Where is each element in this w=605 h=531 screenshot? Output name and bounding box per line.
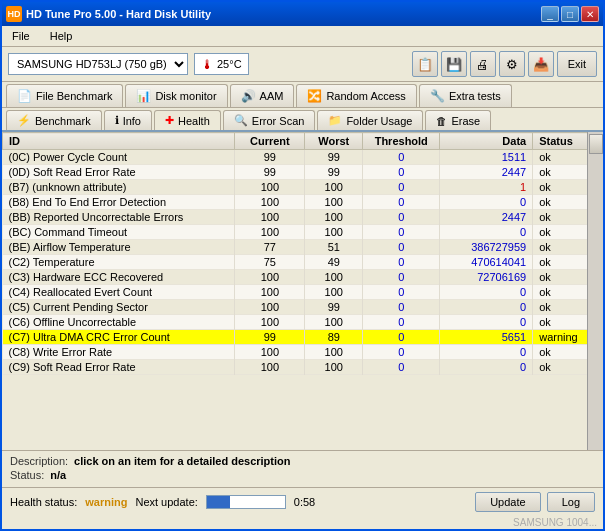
- cell-worst: 100: [305, 345, 363, 360]
- cell-id: (C4) Reallocated Evert Count: [3, 285, 235, 300]
- scrollbar-thumb[interactable]: [589, 134, 603, 154]
- smart-table-scroll[interactable]: ID Current Worst Threshold Data Status (…: [2, 132, 603, 450]
- cell-id: (B8) End To End Error Detection: [3, 195, 235, 210]
- cell-current: 99: [235, 165, 305, 180]
- tab-extra-tests[interactable]: 🔧 Extra tests: [419, 84, 512, 107]
- error-scan-icon: 🔍: [234, 114, 248, 127]
- cell-threshold: 0: [363, 165, 440, 180]
- tab-disk-monitor[interactable]: 📊 Disk monitor: [125, 84, 227, 107]
- file-benchmark-icon: 📄: [17, 89, 32, 103]
- exit-button[interactable]: Exit: [557, 51, 597, 77]
- status-line: Status: n/a: [10, 469, 595, 481]
- table-row[interactable]: (C6) Offline Uncorrectable 100 100 0 0 o…: [3, 315, 603, 330]
- toolbar-buttons: 📋 💾 🖨 ⚙ 📥 Exit: [412, 51, 597, 77]
- app-icon: HD: [6, 6, 22, 22]
- log-button[interactable]: Log: [547, 492, 595, 512]
- cell-data: 5651: [440, 330, 533, 345]
- cell-threshold: 0: [363, 150, 440, 165]
- cell-data: 0: [440, 225, 533, 240]
- cell-id: (0D) Soft Read Error Rate: [3, 165, 235, 180]
- save-button[interactable]: 💾: [441, 51, 467, 77]
- subtab-folder-usage[interactable]: 📁 Folder Usage: [317, 110, 423, 130]
- table-row[interactable]: (C5) Current Pending Sector 100 99 0 0 o…: [3, 300, 603, 315]
- subtab-health-label: Health: [178, 115, 210, 127]
- info-button[interactable]: 📥: [528, 51, 554, 77]
- settings-button[interactable]: ⚙: [499, 51, 525, 77]
- cell-worst: 99: [305, 300, 363, 315]
- disk-selector[interactable]: SAMSUNG HD753LJ (750 gB): [8, 53, 188, 75]
- subtab-info[interactable]: ℹ Info: [104, 110, 152, 130]
- table-row[interactable]: (C7) Ultra DMA CRC Error Count 99 89 0 5…: [3, 330, 603, 345]
- menu-help[interactable]: Help: [44, 28, 79, 44]
- cell-data: 386727959: [440, 240, 533, 255]
- cell-current: 77: [235, 240, 305, 255]
- cell-id: (C2) Temperature: [3, 255, 235, 270]
- table-row[interactable]: (C4) Reallocated Evert Count 100 100 0 0…: [3, 285, 603, 300]
- print-button[interactable]: 🖨: [470, 51, 496, 77]
- menu-file[interactable]: File: [6, 28, 36, 44]
- subtab-folder-usage-label: Folder Usage: [346, 115, 412, 127]
- cell-data: 1: [440, 180, 533, 195]
- tab-extra-tests-label: Extra tests: [449, 90, 501, 102]
- title-bar-left: HD HD Tune Pro 5.00 - Hard Disk Utility: [6, 6, 211, 22]
- tab-random-access[interactable]: 🔀 Random Access: [296, 84, 416, 107]
- scrollbar[interactable]: [587, 132, 603, 450]
- table-row[interactable]: (BB) Reported Uncorrectable Errors 100 1…: [3, 210, 603, 225]
- table-row[interactable]: (BE) Airflow Temperature 77 51 0 3867279…: [3, 240, 603, 255]
- cell-current: 99: [235, 330, 305, 345]
- cell-threshold: 0: [363, 345, 440, 360]
- cell-current: 100: [235, 360, 305, 375]
- table-row[interactable]: (0D) Soft Read Error Rate 99 99 0 2447 o…: [3, 165, 603, 180]
- col-id: ID: [3, 133, 235, 150]
- update-button[interactable]: Update: [475, 492, 540, 512]
- subtab-error-scan[interactable]: 🔍 Error Scan: [223, 110, 316, 130]
- cell-data: 2447: [440, 210, 533, 225]
- main-tabs: 📄 File Benchmark 📊 Disk monitor 🔊 AAM 🔀 …: [2, 82, 603, 108]
- subtab-benchmark[interactable]: ⚡ Benchmark: [6, 110, 102, 130]
- tab-file-benchmark[interactable]: 📄 File Benchmark: [6, 84, 123, 107]
- subtab-erase[interactable]: 🗑 Erase: [425, 110, 491, 130]
- cell-threshold: 0: [363, 360, 440, 375]
- subtab-benchmark-label: Benchmark: [35, 115, 91, 127]
- copy-button[interactable]: 📋: [412, 51, 438, 77]
- table-row[interactable]: (C3) Hardware ECC Recovered 100 100 0 72…: [3, 270, 603, 285]
- cell-threshold: 0: [363, 180, 440, 195]
- subtab-health[interactable]: ✚ Health: [154, 110, 221, 130]
- health-status-label: Health status:: [10, 496, 77, 508]
- table-row[interactable]: (C9) Soft Read Error Rate 100 100 0 0 ok: [3, 360, 603, 375]
- close-button[interactable]: ✕: [581, 6, 599, 22]
- description-value: click on an item for a detailed descript…: [74, 455, 290, 467]
- cell-current: 100: [235, 345, 305, 360]
- table-row[interactable]: (BC) Command Timeout 100 100 0 0 ok: [3, 225, 603, 240]
- table-row[interactable]: (0C) Power Cycle Count 99 99 0 1511 ok: [3, 150, 603, 165]
- toolbar: SAMSUNG HD753LJ (750 gB) 🌡 25°C 📋 💾 🖨 ⚙ …: [2, 47, 603, 82]
- menu-bar: File Help: [2, 26, 603, 47]
- table-row[interactable]: (B8) End To End Error Detection 100 100 …: [3, 195, 603, 210]
- cell-current: 100: [235, 300, 305, 315]
- health-bar-area: Health status: warning Next update: 0:58…: [2, 487, 603, 516]
- health-icon: ✚: [165, 114, 174, 127]
- cell-worst: 100: [305, 315, 363, 330]
- cell-data: 0: [440, 285, 533, 300]
- cell-id: (C8) Write Error Rate: [3, 345, 235, 360]
- cell-data: 1511: [440, 150, 533, 165]
- cell-worst: 100: [305, 210, 363, 225]
- main-window: HD HD Tune Pro 5.00 - Hard Disk Utility …: [0, 0, 605, 531]
- cell-threshold: 0: [363, 255, 440, 270]
- tab-aam[interactable]: 🔊 AAM: [230, 84, 295, 107]
- table-row[interactable]: (C2) Temperature 75 49 0 470614041 ok: [3, 255, 603, 270]
- minimize-button[interactable]: _: [541, 6, 559, 22]
- status-label: Status:: [10, 469, 44, 481]
- cell-id: (C5) Current Pending Sector: [3, 300, 235, 315]
- table-row[interactable]: (B7) (unknown attribute) 100 100 0 1 ok: [3, 180, 603, 195]
- cell-current: 75: [235, 255, 305, 270]
- cell-data: 72706169: [440, 270, 533, 285]
- cell-data: 0: [440, 195, 533, 210]
- description-line: Description: click on an item for a deta…: [10, 455, 595, 467]
- disk-monitor-icon: 📊: [136, 89, 151, 103]
- progress-fill: [207, 496, 230, 508]
- cell-worst: 51: [305, 240, 363, 255]
- table-row[interactable]: (C8) Write Error Rate 100 100 0 0 ok: [3, 345, 603, 360]
- maximize-button[interactable]: □: [561, 6, 579, 22]
- cell-current: 100: [235, 210, 305, 225]
